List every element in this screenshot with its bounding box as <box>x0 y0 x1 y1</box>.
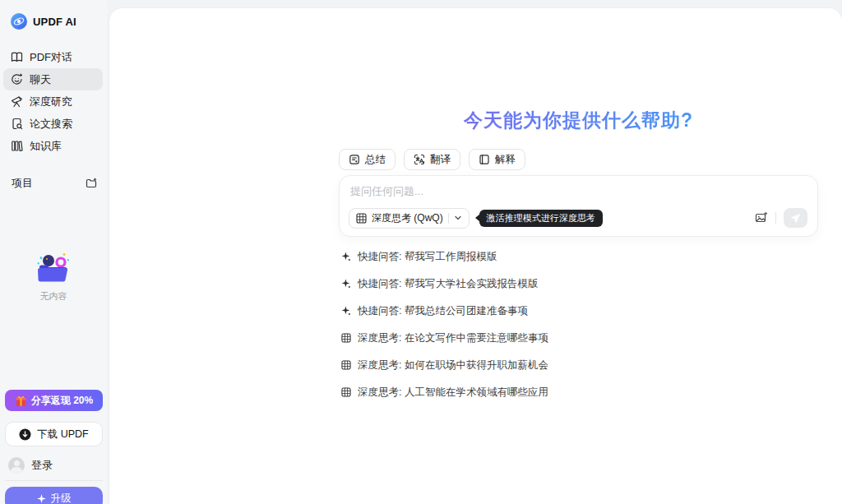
login-label: 登录 <box>31 458 53 473</box>
download-icon <box>19 428 31 441</box>
question-input[interactable] <box>350 184 803 204</box>
chat-composer: 深度思考 (QwQ) 激活推理模式进行深度思考 <box>339 175 818 237</box>
suggestion-quick-answer[interactable]: 快捷问答: 帮我写大学社会实践报告模版 <box>341 275 548 292</box>
sidebar-item-knowledge-base[interactable]: 知识库 <box>3 135 103 157</box>
suggestion-deep-think[interactable]: 深度思考: 人工智能在学术领域有哪些应用 <box>341 384 548 400</box>
deep-think-grid-icon <box>356 213 367 224</box>
paper-search-icon <box>11 118 23 130</box>
suggestion-deep-think[interactable]: 深度思考: 如何在职场中获得升职加薪机会 <box>341 357 548 373</box>
sidebar: UPDF AI PDF对话 聊天 <box>0 0 107 504</box>
sparkle-icon <box>341 306 351 316</box>
main-content-card: 今天能为你提供什么帮助? 总结 翻译 <box>109 8 842 504</box>
chevron-down-icon <box>454 214 462 222</box>
suggestion-list: 快捷问答: 帮我写工作周报模版 快捷问答: 帮我写大学社会实践报告模版 快捷问答… <box>341 248 548 400</box>
suggestion-label: 快捷问答: 帮我写工作周报模版 <box>358 250 497 264</box>
empty-state-label: 无内容 <box>40 290 67 303</box>
model-tooltip-text: 激活推理模式进行深度思考 <box>487 212 595 224</box>
projects-label: 项目 <box>12 176 33 191</box>
composer-toolbar: 深度思考 (QwQ) 激活推理模式进行深度思考 <box>349 207 807 229</box>
deep-think-grid-icon <box>341 387 351 397</box>
empty-folder-illustration <box>34 251 73 285</box>
summarize-icon <box>349 154 360 165</box>
add-image-button[interactable] <box>755 211 768 224</box>
knowledge-base-icon <box>11 140 23 152</box>
app-title: UPDF AI <box>33 16 76 28</box>
suggestion-quick-answer[interactable]: 快捷问答: 帮我写工作周报模版 <box>341 248 548 265</box>
welcome-heading: 今天能为你提供什么帮助? <box>339 108 818 133</box>
explain-label: 解释 <box>495 153 516 167</box>
avatar-icon <box>8 457 25 474</box>
explain-button[interactable]: 解释 <box>469 149 525 170</box>
download-updf-button[interactable]: 下载 UPDF <box>5 422 103 446</box>
upgrade-button[interactable]: 升级 <box>5 487 103 504</box>
deep-think-grid-icon <box>341 333 351 343</box>
new-project-folder-icon[interactable] <box>86 178 97 189</box>
sidebar-item-label: 深度研究 <box>30 95 72 109</box>
suggestion-label: 快捷问答: 帮我写大学社会实践报告模版 <box>358 277 538 291</box>
updf-ai-logo-icon <box>11 13 27 30</box>
app-logo: UPDF AI <box>0 0 107 30</box>
suggestion-deep-think[interactable]: 深度思考: 在论文写作中需要注意哪些事项 <box>341 330 548 346</box>
quick-actions: 总结 翻译 解释 <box>339 149 525 170</box>
sidebar-item-paper-search[interactable]: 论文搜索 <box>3 113 103 135</box>
model-selector-label: 深度思考 (QwQ) <box>372 211 443 225</box>
share-cashback-label: 分享返现 20% <box>31 394 93 408</box>
suggestion-quick-answer[interactable]: 快捷问答: 帮我总结公司团建准备事项 <box>341 303 548 319</box>
login-entry[interactable]: 登录 <box>8 456 53 474</box>
projects-empty-state: 无内容 <box>0 251 107 303</box>
sidebar-item-pdf-chat[interactable]: PDF对话 <box>3 46 103 68</box>
translate-button[interactable]: 翻译 <box>404 149 460 170</box>
sidebar-item-label: 知识库 <box>30 139 62 154</box>
suggestion-label: 深度思考: 人工智能在学术领域有哪些应用 <box>358 386 548 400</box>
suggestion-label: 快捷问答: 帮我总结公司团建准备事项 <box>358 304 528 318</box>
share-cashback-button[interactable]: 分享返现 20% <box>5 390 103 411</box>
projects-section-header: 项目 <box>0 175 107 192</box>
pill-divider <box>448 213 449 224</box>
download-updf-label: 下载 UPDF <box>37 428 89 442</box>
sidebar-item-label: 论文搜索 <box>30 117 72 132</box>
deep-think-grid-icon <box>341 360 351 370</box>
sidebar-item-label: PDF对话 <box>30 50 72 65</box>
model-tooltip: 激活推理模式进行深度思考 <box>479 210 603 227</box>
summarize-button[interactable]: 总结 <box>339 149 396 170</box>
sidebar-item-deep-research[interactable]: 深度研究 <box>3 90 103 113</box>
sparkle-icon <box>37 494 46 503</box>
pdf-chat-icon <box>11 51 23 63</box>
chat-smiley-icon <box>11 73 23 86</box>
suggestion-label: 深度思考: 如何在职场中获得升职加薪机会 <box>358 358 548 372</box>
summarize-label: 总结 <box>365 153 386 167</box>
translate-icon <box>414 154 425 165</box>
upgrade-label: 升级 <box>51 492 72 504</box>
explain-icon <box>479 154 490 165</box>
translate-label: 翻译 <box>430 153 451 167</box>
telescope-icon <box>11 95 23 108</box>
send-button[interactable] <box>784 208 807 228</box>
suggestion-label: 深度思考: 在论文写作中需要注意哪些事项 <box>358 331 548 345</box>
composer-right-tools <box>755 208 807 228</box>
footer-divider <box>5 480 103 481</box>
sidebar-item-chat[interactable]: 聊天 <box>3 68 103 90</box>
sidebar-nav: PDF对话 聊天 深度研究 <box>0 46 107 157</box>
toolbar-divider <box>775 212 776 224</box>
gift-icon <box>15 395 27 407</box>
sparkle-icon <box>341 279 351 289</box>
sparkle-icon <box>341 252 351 261</box>
sidebar-item-label: 聊天 <box>30 72 51 87</box>
model-selector[interactable]: 深度思考 (QwQ) <box>349 208 470 229</box>
